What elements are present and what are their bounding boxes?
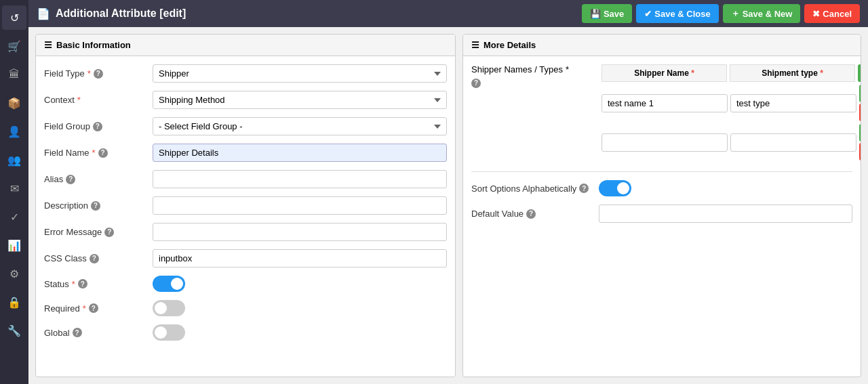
field-name-input[interactable] xyxy=(153,144,447,162)
field-type-label: Field Type * ? xyxy=(44,68,153,79)
add-row-2-button[interactable]: + xyxy=(859,124,861,142)
context-select[interactable]: Shipping Method xyxy=(153,91,447,109)
css-class-row: CSS Class ? xyxy=(44,249,447,268)
error-message-label: Error Message ? xyxy=(44,227,153,237)
cancel-button[interactable]: ✖ Cancel xyxy=(804,4,860,23)
topbar-actions: 💾 Save ✔ Save & Close ＋ Save & New ✖ Can… xyxy=(582,4,860,23)
sidebar-icon-box[interactable]: 📦 xyxy=(2,91,26,115)
global-row: Global ? xyxy=(44,324,447,341)
save-button[interactable]: 💾 Save xyxy=(582,4,632,23)
page-title: 📄 Additional Attribute [edit] xyxy=(37,7,186,20)
sort-options-toggle[interactable] xyxy=(599,180,631,196)
basic-info-title: Basic Information xyxy=(56,40,131,50)
sidebar-icon-lock[interactable]: 🔒 xyxy=(2,290,26,314)
context-row: Context * Shipping Method xyxy=(44,91,447,109)
section-divider xyxy=(471,171,852,172)
sort-options-row: Sort Options Alphabetically ? xyxy=(471,180,852,196)
shipper-names-help[interactable]: ? xyxy=(471,79,481,88)
sidebar-icon-gear[interactable]: ⚙ xyxy=(2,261,26,286)
default-value-input[interactable] xyxy=(599,205,852,223)
shipper-names-section: Shipper Names / Types * ? Shipper Name xyxy=(471,64,852,163)
cancel-icon: ✖ xyxy=(812,9,820,19)
default-value-label: Default Value ? xyxy=(471,209,593,219)
save-new-button[interactable]: ＋ Save & New xyxy=(723,4,801,23)
col-shipment-type-header: Shipment type * xyxy=(730,64,855,82)
status-row: Status * ? xyxy=(44,276,447,292)
shipment-type-1-input[interactable] xyxy=(730,94,856,112)
alias-help[interactable]: ? xyxy=(66,175,75,184)
default-value-help[interactable]: ? xyxy=(526,209,536,219)
description-help[interactable]: ? xyxy=(91,201,100,211)
global-help[interactable]: ? xyxy=(73,328,82,337)
shipper-name-2-input[interactable] xyxy=(601,133,728,152)
description-input[interactable] xyxy=(153,196,447,215)
status-help[interactable]: ? xyxy=(78,279,87,289)
more-details-panel: ☰ More Details Shipper Names / Types * ? xyxy=(462,34,861,377)
status-toggle[interactable] xyxy=(153,276,185,292)
shipper-row-2: + − xyxy=(601,124,861,161)
field-name-row: Field Name * ? xyxy=(44,144,447,162)
shipment-type-2-input[interactable] xyxy=(730,133,856,152)
sidebar-icon-group[interactable]: 👥 xyxy=(2,148,26,172)
sidebar-icon-wrench[interactable]: 🔧 xyxy=(2,318,26,343)
shipper-name-1-input[interactable] xyxy=(601,94,728,112)
alias-label: Alias ? xyxy=(44,174,153,184)
sidebar-icon-building[interactable]: 🏛 xyxy=(2,62,26,87)
remove-row-1-button[interactable]: − xyxy=(859,104,861,121)
basic-info-body: Field Type * ? Shipper Context * xyxy=(36,56,455,357)
add-row-header-button[interactable]: + xyxy=(858,64,861,82)
save-icon: 💾 xyxy=(590,9,601,19)
default-value-row: Default Value ? xyxy=(471,205,852,223)
basic-info-panel: ☰ Basic Information Field Type * ? Shipp… xyxy=(35,34,456,377)
remove-row-2-button[interactable]: − xyxy=(859,143,861,161)
sidebar-icon-mail[interactable]: ✉ xyxy=(2,176,26,200)
error-message-input[interactable] xyxy=(153,223,447,241)
required-label: Required * ? xyxy=(44,303,153,314)
field-type-select[interactable]: Shipper xyxy=(153,64,447,83)
css-class-help[interactable]: ? xyxy=(90,254,99,263)
save-new-icon: ＋ xyxy=(731,7,740,20)
field-type-row: Field Type * ? Shipper xyxy=(44,64,447,83)
global-label: Global ? xyxy=(44,328,153,338)
main-area: 📄 Additional Attribute [edit] 💾 Save ✔ S… xyxy=(28,0,868,384)
required-row: Required * ? xyxy=(44,300,447,316)
required-slider xyxy=(153,300,185,316)
page-icon: 📄 xyxy=(37,7,50,20)
field-name-help[interactable]: ? xyxy=(98,148,108,158)
shipper-table-header: Shipper Name * Shipment type * + xyxy=(601,64,861,82)
global-slider xyxy=(153,324,185,341)
field-group-select[interactable]: - Select Field Group - xyxy=(153,117,447,135)
field-group-row: Field Group ? - Select Field Group - xyxy=(44,117,447,135)
more-details-header: ☰ More Details xyxy=(463,35,861,56)
shipper-row-1: + − xyxy=(601,85,861,121)
context-label: Context * xyxy=(44,95,153,105)
sidebar-icon-user[interactable]: 👤 xyxy=(2,119,26,144)
save-close-button[interactable]: ✔ Save & Close xyxy=(636,4,718,23)
css-class-input[interactable] xyxy=(153,249,447,268)
required-help[interactable]: ? xyxy=(89,303,98,313)
field-group-label: Field Group ? xyxy=(44,121,153,131)
basic-info-icon: ☰ xyxy=(44,40,52,50)
sidebar-icon-refresh[interactable]: ↺ xyxy=(2,5,26,30)
description-row: Description ? xyxy=(44,196,447,215)
sidebar-icon-cart[interactable]: 🛒 xyxy=(2,34,26,58)
status-label: Status * ? xyxy=(44,279,153,289)
css-class-label: CSS Class ? xyxy=(44,253,153,263)
global-toggle[interactable] xyxy=(153,324,185,341)
field-group-help[interactable]: ? xyxy=(93,122,102,131)
more-details-icon: ☰ xyxy=(471,40,479,50)
error-message-help[interactable]: ? xyxy=(104,228,114,237)
sidebar-icon-chart[interactable]: 📊 xyxy=(2,233,26,257)
more-details-body: Shipper Names / Types * ? Shipper Name xyxy=(463,56,861,239)
more-details-title: More Details xyxy=(484,40,536,50)
sidebar-icon-check[interactable]: ✓ xyxy=(2,205,26,229)
add-row-1-button[interactable]: + xyxy=(859,85,861,102)
page-title-text: Additional Attribute [edit] xyxy=(56,7,186,20)
required-toggle[interactable] xyxy=(153,300,185,316)
error-message-row: Error Message ? xyxy=(44,223,447,241)
field-type-help[interactable]: ? xyxy=(94,69,103,79)
alias-input[interactable] xyxy=(153,170,447,188)
basic-info-header: ☰ Basic Information xyxy=(36,35,455,56)
sort-options-help[interactable]: ? xyxy=(579,184,589,193)
description-label: Description ? xyxy=(44,200,153,211)
